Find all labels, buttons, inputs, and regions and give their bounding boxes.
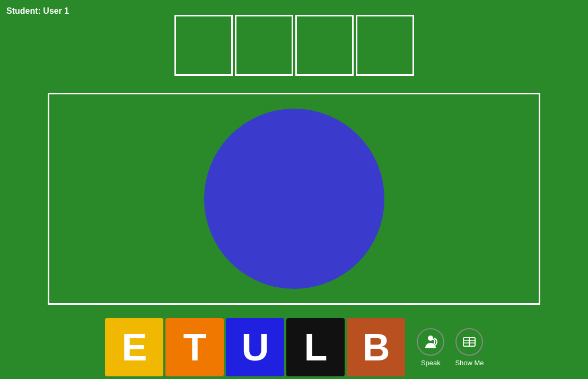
- blue-circle: [204, 109, 384, 289]
- answer-box-2[interactable]: [235, 15, 293, 76]
- letter-tiles: E T U L B: [104, 317, 406, 377]
- display-area: [48, 93, 540, 305]
- letter-tile-l[interactable]: L: [286, 318, 345, 376]
- answer-box-3[interactable]: [295, 15, 354, 76]
- letter-boxes-container: [174, 15, 414, 76]
- answer-box-4[interactable]: [356, 15, 414, 76]
- bottom-bar: E T U L B Speak: [0, 315, 588, 379]
- svg-point-0: [428, 336, 433, 341]
- letter-tile-e[interactable]: E: [105, 318, 163, 376]
- show-me-button[interactable]: Show Me: [455, 328, 484, 367]
- student-label: Student: User 1: [6, 6, 69, 16]
- answer-box-1[interactable]: [174, 15, 233, 76]
- letter-tile-b[interactable]: B: [347, 318, 405, 376]
- speak-icon: [417, 328, 444, 356]
- letter-tile-t[interactable]: T: [165, 318, 224, 376]
- show-me-icon: [455, 328, 483, 356]
- speak-label: Speak: [421, 359, 441, 367]
- speak-button[interactable]: Speak: [417, 328, 444, 367]
- action-buttons: Speak Show Me: [417, 328, 484, 367]
- letter-tile-u[interactable]: U: [226, 318, 284, 376]
- show-me-label: Show Me: [455, 359, 484, 367]
